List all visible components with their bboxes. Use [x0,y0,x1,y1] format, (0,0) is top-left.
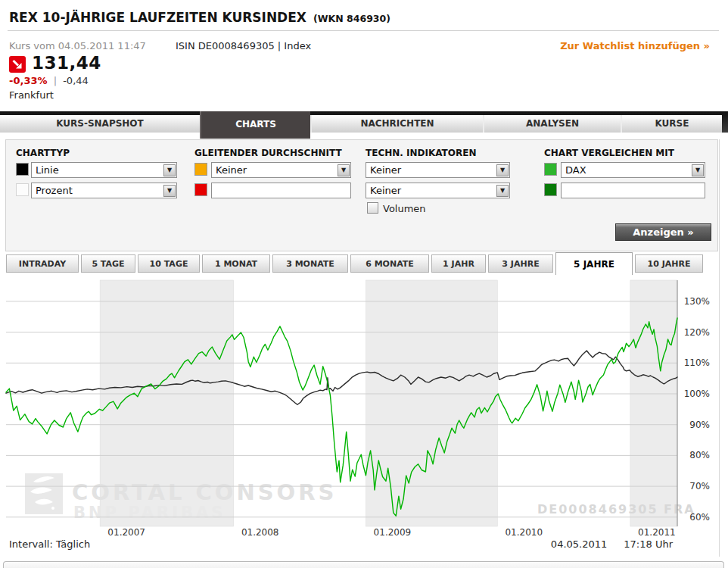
compare2-input[interactable] [561,183,705,198]
chart-date: 04.05.2011 [551,538,607,550]
exchange-name: Frankfurt [9,89,54,101]
volumen-label: Volumen [383,203,426,214]
volumen-checkbox[interactable] [367,202,378,214]
x-tick-label: 01.2008 [241,527,279,538]
watermark: CORTAL CONSORSBNP PARIBASDE0008469305 FR… [25,473,695,522]
content-right-border [719,139,720,557]
dropdown-arrow-icon: ▼ [496,185,509,197]
prozent-color-swatch [16,183,29,196]
y-tick-label: 70% [689,481,710,492]
header-divider [8,30,719,31]
x-tick-label: 01.2011 [638,527,676,538]
ma1-color-swatch [194,163,207,176]
dropdown-arrow-icon: ▼ [692,164,704,176]
scale-select[interactable]: Prozent ▼ [31,183,177,198]
page-title: REX 10-JÄHRIGE LAUFZEITEN KURSINDEX (WKN… [9,10,390,25]
period-tab-10-tage[interactable]: 10 TAGE [138,254,200,273]
svg-text:BNP PARIBAS: BNP PARIBAS [73,504,226,522]
dropdown-arrow-icon: ▼ [496,164,509,176]
period-tab-6-monate[interactable]: 6 MONATE [350,254,429,273]
ma2-color-swatch [194,183,207,196]
gleitender-label: GLEITENDER DURCHSCHNITT [194,148,342,158]
period-tab-5-jahre[interactable]: 5 JAHRE [555,252,633,275]
y-tick-label: 90% [689,420,710,430]
dropdown-arrow-icon: ▼ [338,164,350,176]
charttyp-select[interactable]: Linie ▼ [31,162,177,178]
quote-timestamp: Kurs vom 04.05.2011 11:47 [9,40,146,51]
volumen-row: Volumen [367,202,426,214]
period-tab-3-monate[interactable]: 3 MONATE [272,254,348,273]
main-tab-bar: KURS-SNAPSHOT CHARTS NACHRICHTEN ANALYSE… [0,111,728,133]
tab-kurs-snapshot[interactable]: KURS-SNAPSHOT [0,115,200,133]
last-price: 131,44 [32,53,101,73]
tab-kurse[interactable]: KURSE [621,115,722,133]
tab-nachrichten[interactable]: NACHRICHTEN [310,115,483,133]
period-tab-bar: INTRADAY 5 TAGE 10 TAGE 1 MONAT 3 MONATE… [6,254,705,277]
compare1-select[interactable]: DAX ▼ [561,162,705,178]
y-tick-label: 100% [684,389,710,399]
isin-line: ISIN DE0008469305 | Index [176,40,311,51]
y-tick-label: 120% [684,327,710,338]
svg-text:DE0008469305 FRA: DE0008469305 FRA [537,502,695,517]
y-tick-label: 130% [684,296,710,307]
indicator2-select[interactable]: Keiner ▼ [366,183,510,198]
add-to-watchlist-link[interactable]: Zur Watchlist hinzufügen » [560,40,710,51]
charttyp-label: CHARTTYP [16,148,70,158]
y-tick-label: 110% [684,357,710,368]
indicator1-select[interactable]: Keiner ▼ [366,162,510,178]
period-tab-1-jahr[interactable]: 1 JAHR [431,254,486,273]
period-tab-5-tage[interactable]: 5 TAGE [81,254,135,273]
instrument-name: REX 10-JÄHRIGE LAUFZEITEN KURSINDEX [9,10,306,25]
year-band [366,280,497,526]
period-tab-3-jahre[interactable]: 3 JAHRE [488,254,553,273]
ma2-input[interactable] [211,183,351,198]
price-change-row: -0,33% | -0,44 [9,75,89,86]
x-tick-label: 01.2010 [505,527,543,538]
chart-time: 17:18 Uhr [624,538,673,550]
x-tick-label: 01.2009 [374,527,412,538]
dropdown-arrow-icon: ▼ [163,185,176,197]
x-axis-labels: 01.200701.200801.200901.201001.2011 [107,527,675,538]
x-tick-label: 01.2007 [107,527,145,538]
svg-text:CORTAL CONSORS: CORTAL CONSORS [72,479,337,505]
dropdown-arrow-icon: ▼ [163,164,176,176]
price-down-arrow-icon [9,56,26,73]
period-tab-intraday[interactable]: INTRADAY [6,254,79,273]
chart-timestamp: 04.05.2011 17:18 Uhr [551,538,673,550]
vergleich-label: CHART VERGLEICHEN MIT [544,148,674,158]
indikatoren-label: TECHN. INDIKATOREN [366,148,476,158]
compare1-color-swatch [544,163,557,176]
charttyp-color-swatch [16,163,29,176]
compare2-color-swatch [544,183,557,196]
change-absolute: -0,44 [63,75,89,86]
year-band [630,280,677,526]
tab-charts[interactable]: CHARTS [200,111,310,139]
chart-canvas: CORTAL CONSORSBNP PARIBASDE0008469305 FR… [0,279,728,540]
y-tick-label: 60% [689,512,710,523]
next-section-top [3,561,724,568]
interval-label: Intervall: Täglich [9,538,90,550]
separator: | [54,75,57,86]
ma1-select[interactable]: Keiner ▼ [211,162,351,178]
anzeigen-button[interactable]: Anzeigen » [615,223,711,241]
change-percent: -0,33% [9,75,48,86]
period-tab-1-monat[interactable]: 1 MONAT [202,254,270,273]
period-tab-10-jahre[interactable]: 10 JAHRE [635,254,703,273]
y-tick-label: 80% [689,450,710,460]
price-chart: CORTAL CONSORSBNP PARIBASDE0008469305 FR… [0,279,728,540]
chart-options-panel: CHARTTYP GLEITENDER DURCHSCHNITT TECHN. … [5,139,718,251]
tab-analysen[interactable]: ANALYSEN [483,115,621,133]
instrument-wkn: (WKN 846930) [313,13,390,24]
